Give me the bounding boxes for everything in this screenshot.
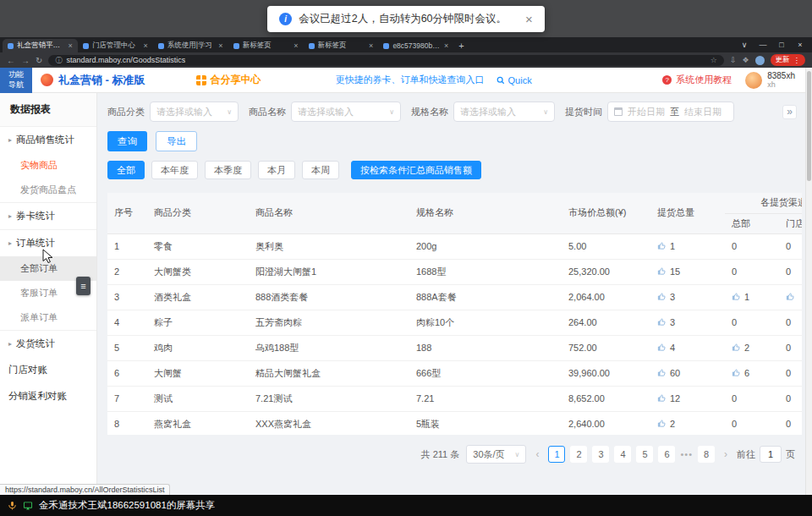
table-row: 7测试7.21测试7.218,652.001200: [107, 386, 802, 411]
cell-name: 乌鸡188型: [249, 335, 409, 360]
calendar-icon: [614, 107, 623, 116]
quick-filter-chip[interactable]: 按检索条件汇总商品销售额: [351, 161, 481, 179]
sidebar-item-label: 分销返利对账: [8, 390, 67, 403]
browser-tab[interactable]: 门店管理中心×: [78, 39, 153, 52]
date-start-placeholder: 开始日期: [628, 106, 665, 118]
tab-close-icon[interactable]: ×: [444, 41, 448, 50]
tab-search-icon[interactable]: ∨: [735, 37, 754, 52]
cell-pickup: 3: [650, 310, 725, 335]
sidebar-item-label: 门店对账: [8, 364, 47, 376]
name-select[interactable]: 请选择或输入 ∨: [291, 102, 401, 122]
sidebar-section-item[interactable]: 门店对账: [0, 357, 96, 383]
export-button[interactable]: 导出: [156, 131, 197, 151]
sidebar-section-item[interactable]: ▸发货统计: [0, 330, 96, 357]
quick-filter-chip[interactable]: 本季度: [205, 161, 251, 179]
page-number[interactable]: 4: [614, 446, 631, 463]
quick-search-button[interactable]: Quick: [497, 75, 532, 85]
caret-right-icon: ▸: [8, 136, 12, 144]
page-number[interactable]: 8: [698, 446, 715, 463]
sidebar-subitem[interactable]: 实物商品: [0, 153, 96, 178]
sidebar-section-item[interactable]: ▸券卡统计: [0, 202, 96, 229]
tutorial-link[interactable]: ? 系统使用教程: [662, 74, 732, 86]
date-range-picker[interactable]: 开始日期 至 结束日期: [607, 102, 734, 122]
cell-store: 0: [779, 310, 802, 335]
tab-title: 系统使用|学习: [167, 41, 216, 51]
sidebar-subitem[interactable]: 发货商品盘点: [0, 178, 96, 202]
col-header-total: 市场价总额(¥): [562, 193, 650, 233]
user-names: 8385xh xh: [767, 71, 795, 90]
sidebar-drawer-handle[interactable]: ≡: [76, 277, 91, 295]
spec-select[interactable]: 请选择或输入 ∨: [453, 102, 555, 122]
browser-tab[interactable]: 系统使用|学习×: [153, 39, 228, 52]
tab-close-icon[interactable]: ×: [294, 41, 298, 50]
browser-update-button[interactable]: 更新 ⋮: [771, 54, 806, 66]
page-number[interactable]: 6: [658, 446, 675, 463]
page-number[interactable]: 5: [636, 446, 653, 463]
tab-close-icon[interactable]: ×: [69, 41, 73, 50]
browser-tab[interactable]: 礼盒营销平台管理中心×: [3, 39, 78, 52]
screen-share-bar: 金禾通技术王斌18662591081的屏幕共享: [0, 495, 812, 516]
caret-right-icon: ▸: [8, 340, 12, 348]
col-header-no: 序号: [107, 193, 147, 233]
quick-filter-chip[interactable]: 本周: [302, 161, 339, 179]
tab-close-icon[interactable]: ×: [218, 41, 222, 50]
goto-page-input[interactable]: [760, 446, 782, 463]
close-window-button[interactable]: ×: [791, 37, 809, 52]
pickup-hand-icon: [657, 368, 667, 377]
site-favicon-icon: [383, 43, 389, 49]
function-nav-button[interactable]: 功能 导航: [0, 68, 32, 93]
share-center-link[interactable]: 合分享中心: [196, 73, 261, 87]
url-input[interactable]: ⓘ standard.maboy.cn/GoodsStatistics ☆: [48, 55, 723, 66]
sidebar-section-item[interactable]: 分销返利对账: [0, 383, 96, 409]
cell-spec: 5瓶装: [409, 411, 562, 435]
cell-no: 4: [107, 310, 147, 335]
goto-unit: 页: [786, 448, 795, 461]
quick-filter-chip[interactable]: 本月: [258, 161, 295, 179]
col-header-category: 商品分类: [147, 193, 249, 233]
cell-category: 鸡肉: [147, 335, 249, 360]
quick-filter-chip[interactable]: 全部: [107, 161, 145, 179]
category-select[interactable]: 请选择或输入 ∨: [150, 102, 239, 122]
site-info-icon[interactable]: ⓘ: [55, 56, 62, 65]
tab-close-icon[interactable]: ×: [369, 41, 373, 50]
page-scrollbar[interactable]: [805, 68, 812, 495]
new-tab-button[interactable]: +: [458, 41, 464, 51]
screen-share-icon: [23, 501, 33, 510]
search-button[interactable]: 查询: [107, 131, 147, 151]
goods-statistics-table: 序号 商品分类 商品名称 规格名称 市场价总额(¥) 提货总量 各提货渠道 总部: [107, 193, 802, 435]
minimize-button[interactable]: —: [754, 37, 772, 52]
browser-tab[interactable]: e8c573980b1328a258fd2e6f×: [378, 39, 453, 52]
pagination: 共 211 条 30条/页 ∨ ‹ 123456•••8 › 前往 页: [107, 445, 802, 464]
cell-name: 五芳斋肉粽: [249, 310, 409, 335]
page-number[interactable]: 3: [592, 446, 609, 463]
browser-tab[interactable]: 新标签页×: [304, 39, 379, 52]
sidebar-section-item[interactable]: ▸商品销售统计: [0, 127, 96, 153]
next-page-icon[interactable]: ›: [721, 448, 730, 460]
chevron-down-icon: ∨: [389, 108, 394, 116]
browser-tab[interactable]: 新标签页×: [228, 39, 304, 52]
cell-no: 8: [107, 411, 147, 435]
reload-icon[interactable]: ↻: [36, 56, 42, 65]
user-menu[interactable]: 8385xh xh: [745, 71, 795, 90]
tab-close-icon[interactable]: ×: [143, 41, 147, 50]
sidebar-section-item[interactable]: ▸订单统计: [0, 229, 96, 256]
back-icon[interactable]: ←: [7, 56, 15, 65]
forward-icon[interactable]: →: [21, 56, 30, 65]
cell-store: 0: [779, 360, 802, 386]
sidebar-subitem[interactable]: 派单订单: [0, 305, 96, 330]
browser-profile-avatar[interactable]: [755, 56, 765, 65]
prev-page-icon[interactable]: ‹: [533, 448, 541, 460]
cell-name: 7.21测试: [249, 386, 409, 411]
extensions-icon[interactable]: ❖: [742, 56, 749, 64]
bookmark-icon[interactable]: ☆: [710, 56, 717, 64]
collapse-panel-icon[interactable]: »: [782, 105, 797, 119]
quick-filter-chip[interactable]: 本年度: [151, 161, 198, 179]
page-number[interactable]: 2: [570, 446, 587, 463]
page-number[interactable]: 1: [548, 446, 565, 463]
page-size-select[interactable]: 30条/页 ∨: [466, 445, 526, 464]
tab-title: 新标签页: [318, 41, 366, 51]
close-icon[interactable]: ×: [525, 12, 533, 26]
scrollbar-thumb[interactable]: [807, 71, 811, 181]
maximize-button[interactable]: □: [772, 37, 791, 52]
download-icon[interactable]: ⇩: [730, 56, 737, 64]
